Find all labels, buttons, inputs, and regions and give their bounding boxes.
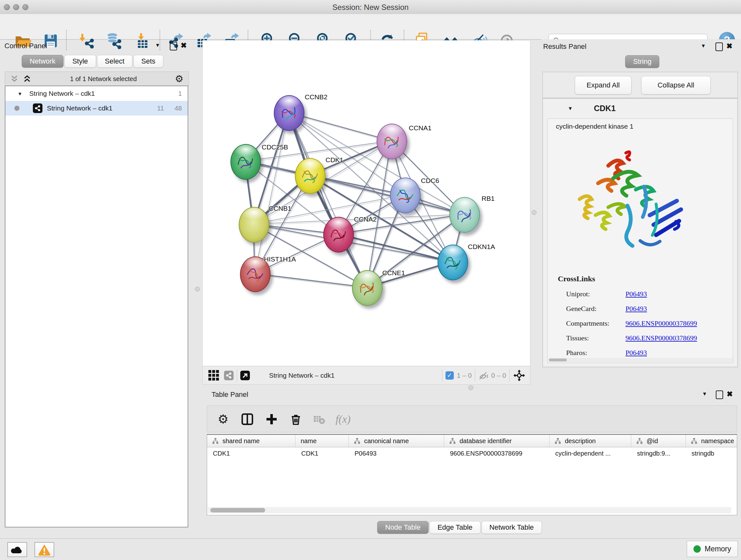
statusbar-separator: [237, 369, 237, 382]
column-header-namespace[interactable]: namespace: [686, 435, 737, 447]
table-toolbar: ⚙ f(x): [207, 406, 737, 432]
collapse-all-button[interactable]: Collapse All: [641, 76, 711, 95]
function-builder-button[interactable]: f(x): [334, 410, 352, 428]
results-hscrollbar[interactable]: [548, 358, 733, 362]
control-panel-undock-icon[interactable]: [170, 42, 177, 51]
graph-node-CDC25B[interactable]: [230, 144, 261, 180]
crosslink-link[interactable]: 9606.ENSP00000378699: [625, 319, 697, 327]
grid-view-icon[interactable]: [208, 370, 219, 381]
crosslink-link[interactable]: P06493: [625, 290, 647, 298]
crosslink-label: Pharos:: [566, 349, 587, 357]
show-columns-icon[interactable]: [239, 410, 256, 428]
right-splitter-handle[interactable]: [532, 210, 536, 215]
collection-count: 1: [178, 90, 182, 98]
column-header--id[interactable]: @id: [631, 435, 686, 447]
graph-node-CCNB2[interactable]: [274, 95, 305, 131]
crosslink-link[interactable]: 9606.ENSP00000378699: [625, 334, 697, 342]
table-tabs: Node TableEdge TableNetwork Table: [377, 521, 542, 534]
hidden-counts: 0 – 0: [491, 372, 506, 379]
network-node-count: 11: [157, 105, 164, 112]
tab-edge-table[interactable]: Edge Table: [429, 521, 481, 534]
toolbar-separator: [66, 30, 67, 51]
fit-selected-crosshair-icon[interactable]: [513, 369, 526, 382]
graph-node-CDKN1A[interactable]: [437, 245, 468, 280]
column-header-canonical-name[interactable]: canonical name: [349, 435, 444, 447]
cloud-button[interactable]: [7, 542, 27, 557]
table-cell[interactable]: cyclin-dependent ...: [549, 447, 631, 459]
protein-thumbnail-CCNA1: [381, 129, 401, 153]
tab-node-table[interactable]: Node Table: [377, 521, 428, 534]
table-hscroll-thumb[interactable]: [210, 508, 265, 512]
create-column-icon[interactable]: [263, 410, 280, 428]
node-label-CCNA2: CCNA2: [354, 215, 377, 223]
memory-button[interactable]: Memory: [687, 541, 738, 557]
node-table: shared namenamecanonical namedatabase id…: [207, 434, 737, 515]
table-cell[interactable]: CDK1: [207, 447, 295, 459]
crosslink-link[interactable]: P06493: [625, 349, 647, 357]
graph-node-CCNA2[interactable]: [323, 217, 354, 253]
table-row[interactable]: CDK1CDK1P064939606.ENSP00000378699cyclin…: [207, 447, 737, 459]
gene-description: cyclin-dependent kinase 1: [556, 123, 633, 130]
node-label-CDKN1A: CDKN1A: [468, 243, 495, 251]
string-view-icon[interactable]: [224, 371, 233, 380]
network-column-icon: [354, 438, 360, 444]
expand-all-button[interactable]: Expand All: [575, 76, 631, 95]
table-cell[interactable]: CDK1: [295, 447, 349, 459]
left-splitter-handle[interactable]: [195, 287, 200, 292]
tree-expander-icon[interactable]: ▼: [17, 91, 22, 97]
table-cell[interactable]: P06493: [349, 447, 444, 459]
tab-select[interactable]: Select: [97, 55, 132, 68]
tab-sets[interactable]: Sets: [133, 55, 163, 68]
graph-node-CCNA1[interactable]: [377, 124, 407, 159]
import-table-icon[interactable]: [134, 32, 151, 50]
gene-section-header[interactable]: ▼ CDK1: [543, 99, 738, 118]
table-panel-float-icon[interactable]: ▼: [702, 391, 707, 397]
graph-node-CCNB1[interactable]: [239, 207, 269, 243]
collapse-gene-icon[interactable]: ▼: [568, 106, 573, 111]
warnings-button[interactable]: [35, 542, 54, 557]
results-panel-undock-icon[interactable]: [716, 43, 723, 51]
protein-thumbnail-CDK1: [299, 164, 320, 188]
control-panel-close-icon[interactable]: ✖: [181, 41, 187, 50]
birdseye-view-icon[interactable]: [240, 371, 250, 380]
control-panel-tabs: NetworkStyleSelectSets: [22, 55, 163, 68]
delete-table-icon[interactable]: [310, 410, 328, 428]
selected-checkbox-icon[interactable]: ✓: [446, 371, 454, 380]
table-options-gear-icon[interactable]: ⚙: [214, 410, 232, 428]
collapse-all-icon[interactable]: [10, 74, 19, 84]
import-database-icon[interactable]: [105, 32, 123, 50]
results-panel-close-icon[interactable]: ✖: [726, 42, 732, 51]
table-panel-close-icon[interactable]: ✖: [727, 390, 733, 398]
column-header-shared-name[interactable]: shared name: [207, 435, 295, 447]
tab-network-table[interactable]: Network Table: [482, 521, 542, 534]
results-hscroll-thumb[interactable]: [549, 359, 567, 361]
column-header-name[interactable]: name: [295, 435, 349, 447]
graph-node-CCNE1[interactable]: [352, 270, 383, 306]
tab-style[interactable]: Style: [64, 55, 96, 68]
column-header-database-identifier[interactable]: database identifier: [444, 435, 549, 447]
table-panel-undock-icon[interactable]: [716, 390, 723, 399]
column-header-description[interactable]: description: [549, 435, 631, 447]
tab-string[interactable]: String: [625, 55, 659, 68]
network-column-icon: [212, 438, 219, 444]
graph-node-CDK1[interactable]: [295, 158, 326, 194]
import-network-icon[interactable]: [77, 32, 95, 50]
tab-network[interactable]: Network: [22, 55, 64, 68]
results-panel-float-icon[interactable]: ▼: [701, 43, 706, 49]
network-view[interactable]: CCNB2CCNA1CDC25BCDK1CDC6RB1CCNB1CCNA2CDK…: [203, 41, 530, 366]
string-node-section: ▼ CDK1 cyclin-dependent kinase 1: [542, 98, 738, 367]
control-panel-float-icon[interactable]: ▼: [155, 43, 160, 48]
expand-all-icon[interactable]: [22, 74, 32, 84]
delete-column-icon[interactable]: [287, 410, 305, 428]
crosslink-link[interactable]: P06493: [625, 305, 647, 313]
network-collection-row[interactable]: ▼ String Network – cdk1 1: [5, 86, 188, 101]
table-cell[interactable]: 9606.ENSP00000378699: [444, 447, 549, 459]
table-cell[interactable]: stringdb: [686, 447, 737, 459]
table-hscrollbar[interactable]: [208, 507, 731, 513]
graph-node-RB1[interactable]: [449, 197, 480, 233]
graph-node-CDC6[interactable]: [390, 178, 421, 213]
network-row[interactable]: String Network – cdk1 11 48: [5, 101, 188, 116]
network-options-gear-icon[interactable]: ⚙: [175, 74, 184, 84]
table-cell[interactable]: stringdb:9...: [631, 447, 686, 459]
table-panel-title: Table Panel: [212, 390, 248, 399]
